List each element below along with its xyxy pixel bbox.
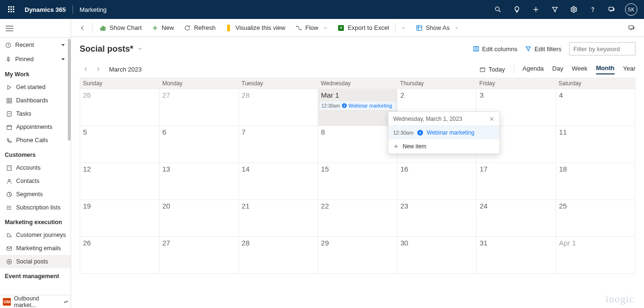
sidebar-scrollbar[interactable] [68, 39, 71, 141]
back-button[interactable] [76, 21, 89, 35]
sidebar-item-marketing-emails[interactable]: Marketing emails [0, 242, 71, 255]
refresh-button[interactable]: Refresh [180, 19, 220, 37]
sidebar-item-social-posts[interactable]: Social posts [0, 255, 71, 268]
sidebar-item-accounts[interactable]: Accounts [0, 161, 71, 174]
week-row: 19202122232425 [80, 200, 635, 237]
today-button[interactable]: Today [479, 66, 505, 73]
calendar-cell[interactable]: 20 [159, 200, 239, 236]
svg-line-1 [499, 10, 501, 12]
calendar-cell[interactable]: 31 [477, 237, 556, 273]
sidebar-item-dashboards[interactable]: Dashboards [0, 94, 71, 107]
hamburger-icon[interactable] [0, 19, 71, 38]
calendar-cell[interactable]: 12 [80, 163, 159, 199]
calendar-cell[interactable]: 26 [80, 237, 159, 273]
calendar-cell[interactable]: 7 [239, 126, 318, 163]
show-as-button[interactable]: Show As [412, 19, 463, 37]
gear-icon[interactable] [564, 0, 583, 19]
day-mode[interactable]: Day [552, 65, 563, 74]
app-launcher-icon[interactable] [3, 0, 20, 19]
sidebar-item-appointments[interactable]: Appointments [0, 120, 71, 134]
agenda-mode[interactable]: Agenda [523, 65, 544, 74]
area-badge: OM [3, 298, 11, 306]
calendar-cell[interactable]: 29 [318, 237, 397, 273]
popup-event-time: 12:30am [393, 130, 414, 136]
prev-month-button[interactable] [80, 63, 92, 75]
calendar-cell[interactable]: 25 [556, 200, 635, 236]
calendar-cell[interactable]: 21 [239, 200, 318, 236]
calendar-event[interactable]: 12:30amfWebinar marketing [320, 101, 396, 110]
calendar-cell[interactable]: 5 [80, 126, 159, 163]
add-icon[interactable] [526, 0, 545, 19]
year-mode[interactable]: Year [623, 65, 635, 74]
calendar-cell[interactable]: 17 [477, 163, 556, 199]
user-avatar[interactable]: SK [625, 3, 637, 16]
calendar-cell[interactable]: 24 [477, 200, 556, 236]
calendar-cell[interactable]: 15 [318, 163, 397, 199]
sidebar-recent[interactable]: Recent [0, 38, 71, 52]
sidebar-item-tasks[interactable]: Tasks [0, 107, 71, 120]
help-icon[interactable] [583, 0, 602, 19]
sidebar-item-segments[interactable]: Segments [0, 188, 71, 201]
popup-event[interactable]: 12:30am f Webinar marketing [388, 126, 499, 139]
calendar-cell[interactable]: 18 [556, 163, 635, 199]
calendar-cell[interactable]: 6 [159, 126, 239, 163]
calendar-cell[interactable]: 27 [159, 89, 239, 126]
calendar-cell[interactable]: 27 [159, 237, 239, 273]
calendar-cell[interactable]: 14 [239, 163, 318, 199]
chat-icon[interactable] [602, 0, 621, 19]
sidebar-item-get-started[interactable]: Get started [0, 81, 71, 94]
calendar-icon [6, 124, 12, 130]
edit-columns-button[interactable]: Edit columns [473, 45, 517, 53]
calendar-cell[interactable]: 30 [397, 237, 477, 273]
sidebar-pinned[interactable]: Pinned [0, 52, 71, 66]
sidebar-item-customer-journeys[interactable]: Customer journeys [0, 228, 71, 242]
chevron-down-icon [60, 42, 66, 48]
new-button[interactable]: New [147, 19, 178, 37]
calendar-cell[interactable]: 11 [556, 126, 635, 163]
calendar-cell-today[interactable]: Mar 1 12:30amfWebinar marketing [318, 89, 397, 126]
flow-button[interactable]: Flow [291, 19, 331, 37]
event-title: Webinar marketing [349, 103, 392, 109]
chevron-down-icon[interactable] [454, 26, 459, 30]
module-label[interactable]: Marketing [75, 6, 111, 13]
search-icon[interactable] [488, 0, 507, 19]
chevron-down-icon[interactable] [323, 26, 328, 30]
sidebar-item-contacts[interactable]: Contacts [0, 174, 71, 188]
filter-icon[interactable] [545, 0, 564, 19]
weekday-label: Wednesday [318, 78, 397, 89]
day-number: 29 [321, 239, 329, 247]
month-mode[interactable]: Month [596, 64, 615, 74]
chevron-down-icon[interactable] [401, 26, 406, 30]
close-icon[interactable] [489, 116, 495, 122]
nav-label: Tasks [16, 110, 31, 117]
export-excel-button[interactable]: XExport to Excel [333, 19, 409, 37]
calendar-cell[interactable]: 23 [397, 200, 477, 236]
share-button[interactable] [624, 19, 639, 37]
visualize-button[interactable]: Visualize this view [221, 19, 289, 37]
area-label: Outbound market... [14, 295, 61, 308]
calendar-cell[interactable]: Apr 1 [556, 237, 635, 273]
sidebar-item-subscription-lists[interactable]: Subscription lists [0, 201, 71, 214]
lightbulb-icon[interactable] [507, 0, 526, 19]
next-month-button[interactable] [92, 63, 104, 75]
calendar-cell[interactable]: 28 [239, 237, 318, 273]
calendar-cell[interactable]: 13 [159, 163, 239, 199]
new-item-button[interactable]: New item [388, 139, 499, 154]
sidebar-item-phone-calls[interactable]: Phone Calls [0, 134, 71, 147]
calendar-cell[interactable]: 16 [397, 163, 477, 199]
show-chart-button[interactable]: Show Chart [95, 19, 146, 37]
edit-filters-button[interactable]: Edit filters [525, 45, 561, 53]
week-mode[interactable]: Week [572, 65, 588, 74]
day-number: Mar 1 [321, 91, 339, 99]
calendar-cell[interactable]: 4 [556, 89, 635, 126]
chevron-down-icon[interactable] [137, 46, 143, 52]
calendar-cell[interactable]: 19 [80, 200, 159, 236]
view-name[interactable]: Social posts* [80, 44, 133, 54]
filter-keyword-input[interactable] [569, 42, 635, 55]
calendar-cell[interactable]: 8 [318, 126, 397, 163]
calendar-cell[interactable]: 26 [80, 89, 159, 126]
calendar-cell[interactable]: 28 [239, 89, 318, 126]
calendar-cell[interactable]: 22 [318, 200, 397, 236]
excel-icon: X [337, 24, 345, 32]
area-switcher[interactable]: OM Outbound market... ▴▾ [0, 295, 71, 308]
